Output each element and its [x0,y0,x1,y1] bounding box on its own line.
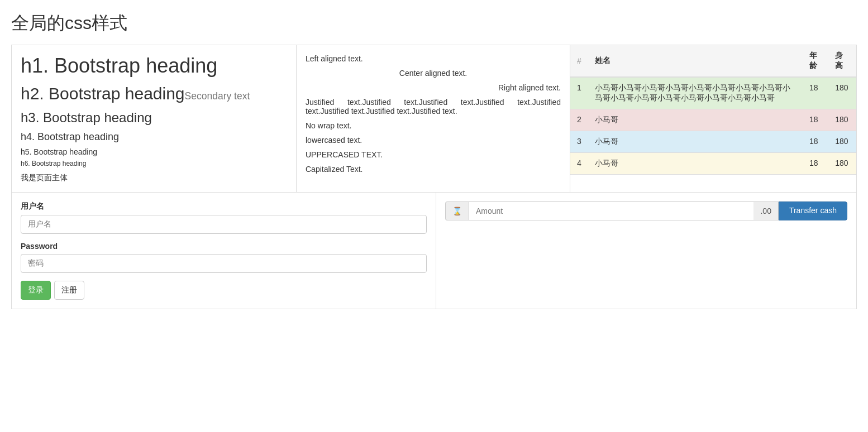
panel-text: Left aligned text. Center aligned text. … [297,45,570,192]
cell-height: 180 [828,109,856,131]
panel-form: 用户名 Password 登录 注册 [12,193,436,309]
register-button[interactable]: 注册 [54,281,84,300]
demo-table: # 姓名 年龄 身高 1 小马哥小马哥小马哥小马哥小马哥小马哥小马哥小马哥小马哥… [570,45,856,175]
amount-input[interactable] [469,201,753,220]
col-header-age: 年龄 [803,45,828,77]
cell-id: 2 [570,109,588,131]
heading-h1: h1. Bootstrap heading [21,54,287,78]
body-text: 我是页面主体 [21,173,287,183]
text-lowercase: lowercased text. [306,136,561,145]
amount-decimal-addon: .00 [753,201,778,220]
text-left: Left aligned text. [306,54,561,63]
text-right: Right aligned text. [306,83,561,92]
cell-height: 180 [828,77,856,109]
cell-age: 18 [803,153,828,175]
cell-name: 小马哥 [588,153,803,175]
cell-age: 18 [803,131,828,153]
panel-transfer: ⌛ .00 Transfer cash [436,193,856,309]
username-input[interactable] [21,215,427,234]
username-label: 用户名 [21,201,427,212]
heading-h6: h6. Bootstrap heading [21,160,287,167]
transfer-input-group: ⌛ .00 Transfer cash [445,201,847,220]
hourglass-icon: ⌛ [445,201,469,220]
panel-typography: h1. Bootstrap heading h2. Bootstrap head… [12,45,297,192]
cell-height: 180 [828,153,856,175]
text-capitalize: Capitalized Text. [306,165,561,174]
table-header-row: # 姓名 年龄 身高 [570,45,856,77]
table-row: 3 小马哥 18 180 [570,131,856,153]
main-row: h1. Bootstrap heading h2. Bootstrap head… [11,45,857,193]
login-button[interactable]: 登录 [21,281,51,300]
heading-h5: h5. Bootstrap heading [21,147,287,156]
col-header-name: 姓名 [588,45,803,77]
heading-h3: h3. Bootstrap heading [21,110,287,126]
heading-h2-small: Secondary text [185,90,250,102]
cell-age: 18 [803,109,828,131]
table-row: 1 小马哥小马哥小马哥小马哥小马哥小马哥小马哥小马哥小马哥小马哥小马哥小马哥小马… [570,77,856,109]
cell-name: 小马哥小马哥小马哥小马哥小马哥小马哥小马哥小马哥小马哥小马哥小马哥小马哥小马哥小… [588,77,803,109]
form-buttons: 登录 注册 [21,281,427,300]
col-header-height: 身高 [828,45,856,77]
panel-table: # 姓名 年龄 身高 1 小马哥小马哥小马哥小马哥小马哥小马哥小马哥小马哥小马哥… [570,45,856,192]
transfer-cash-button[interactable]: Transfer cash [779,201,847,220]
text-center: Center aligned text. [306,69,561,78]
password-input[interactable] [21,254,427,273]
page-title: 全局的css样式 [11,11,857,36]
table-row: 2 小马哥 18 180 [570,109,856,131]
bottom-row: 用户名 Password 登录 注册 ⌛ .00 Transfer cash [11,193,857,309]
text-uppercase: UPPERCASED TEXT. [306,150,561,159]
heading-h2: h2. Bootstrap headingSecondary text [21,84,287,103]
cell-id: 4 [570,153,588,175]
table-row: 4 小马哥 18 180 [570,153,856,175]
cell-age: 18 [803,77,828,109]
cell-id: 3 [570,131,588,153]
col-header-id: # [570,45,588,77]
cell-id: 1 [570,77,588,109]
password-label: Password [21,242,427,251]
cell-name: 小马哥 [588,131,803,153]
cell-height: 180 [828,131,856,153]
text-nowrap: No wrap text. [306,121,561,130]
cell-name: 小马哥 [588,109,803,131]
heading-h4: h4. Bootstrap heading [21,131,287,143]
text-justified: Justified text.Justified text.Justified … [306,98,561,116]
